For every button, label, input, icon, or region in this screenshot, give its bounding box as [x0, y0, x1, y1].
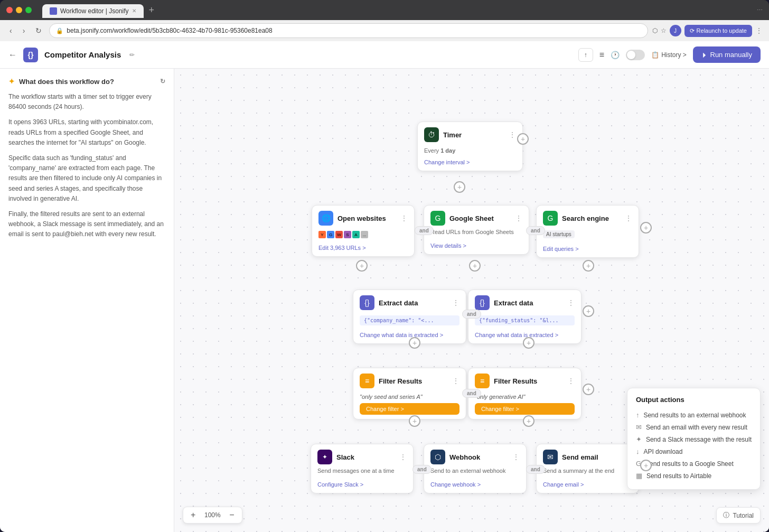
edit-title-icon[interactable]: ✏ [129, 51, 135, 59]
zoom-controls: + 100% − [183, 507, 242, 524]
webhook-change-label: Change webhook > [430, 481, 481, 488]
google-sheet-link[interactable]: View details > [430, 242, 522, 249]
add-circle-right-filter2[interactable]: + [583, 384, 594, 395]
sidebar-refresh-icon[interactable]: ↻ [160, 78, 165, 85]
send-email-change-link[interactable]: Change email > [543, 481, 632, 488]
add-circle-below-extract1[interactable]: + [409, 337, 420, 349]
filter-2-change-button[interactable]: Change filter > [475, 403, 575, 415]
open-websites-node: 🌐 Open websites ⋮ Y G W S A ... [312, 205, 415, 257]
filter-2-menu[interactable]: ⋮ [567, 377, 575, 385]
extensions-icon: ⬡ [652, 27, 658, 34]
output-action-api-label: API download [643, 448, 682, 455]
slack-configure-link[interactable]: Configure Slack > [317, 481, 407, 488]
and-connector-2: and [526, 226, 545, 235]
output-action-email-label: Send an email with every new result [646, 424, 747, 431]
timer-interval: 1 day [440, 147, 455, 154]
sidebar: ✦ What does this workflow do? ↻ The work… [0, 69, 174, 532]
relaunch-label: Relaunch to update [697, 27, 747, 34]
output-action-email[interactable]: ✉ Send an email with every new result [636, 421, 752, 433]
history-button[interactable]: 📋 History > [651, 51, 687, 59]
filter-1-change-button[interactable]: Change filter > [360, 403, 459, 415]
add-circle-below-extract2[interactable]: + [523, 337, 534, 349]
webhook-footer: Change webhook > [424, 481, 526, 493]
relaunch-button[interactable]: ⟳ Relaunch to update [684, 25, 752, 37]
extract-1-change-link[interactable]: Change what data is extracted > [360, 332, 459, 338]
tab-favicon [50, 7, 57, 15]
output-panel-title: Output actions [636, 396, 752, 404]
add-circle-right-search[interactable]: + [640, 222, 652, 234]
timer-change-link[interactable]: Change interval > [424, 159, 516, 165]
address-bar[interactable]: 🔒 beta.jsonify.com/workflow/edit/5b3cb80… [49, 23, 648, 38]
share-button[interactable]: ↑ [578, 48, 593, 62]
browser-titlebar: Workflow editor | Jsonify ✕ + ⋯ [0, 0, 769, 20]
zoom-in-button[interactable]: + [189, 510, 198, 520]
tutorial-button[interactable]: ⓘ Tutorial [716, 507, 761, 524]
filter-2-icon: ≡ [475, 374, 490, 388]
webhook-change-link[interactable]: Change webhook > [430, 481, 520, 488]
google-sheet-menu[interactable]: ⋮ [515, 214, 522, 222]
send-email-body: Send a summary at the end [537, 468, 639, 481]
output-action-airtable[interactable]: ▦ Send results to Airtable [636, 470, 752, 482]
webhook-icon: ⬡ [430, 450, 445, 464]
ai-sparkle-icon: ✦ [8, 77, 15, 86]
add-circle-below-websites[interactable]: + [356, 260, 368, 272]
output-action-api[interactable]: ↓ API download [636, 445, 752, 458]
new-tab-button[interactable]: + [145, 3, 159, 18]
sidebar-title-text: What does this workflow do? [19, 78, 114, 86]
zoom-out-button[interactable]: − [227, 510, 236, 520]
minimize-traffic-light[interactable] [16, 7, 22, 13]
extract-1-menu[interactable]: ⋮ [452, 298, 459, 307]
add-circle-timer-right[interactable]: + [517, 133, 529, 145]
add-circle-below-search[interactable]: + [583, 260, 594, 272]
output-action-slack[interactable]: ✦ Send a Slack message with the result [636, 433, 752, 445]
tab-close-button[interactable]: ✕ [132, 8, 136, 14]
webhook-menu[interactable]: ⋮ [512, 453, 520, 461]
output-action-gsheet[interactable]: G Send results to a Google Sheet [636, 458, 752, 470]
slack-icon: ✦ [317, 450, 332, 464]
slack-subtitle: Send messages one at a time [317, 468, 407, 474]
sidebar-para-1: The workflow starts with a timer set to … [8, 92, 165, 112]
filter-1-menu[interactable]: ⋮ [452, 377, 459, 385]
header-menu-button[interactable]: ≡ [599, 50, 604, 60]
add-circle-below-filter2[interactable]: + [523, 415, 534, 427]
sidebar-para-3: Specific data such as 'funding_status' a… [8, 153, 165, 204]
close-traffic-light[interactable] [6, 7, 13, 13]
app-back-button[interactable]: ← [8, 50, 17, 60]
search-engine-menu[interactable]: ⋮ [625, 214, 632, 222]
run-manually-button[interactable]: ⏵ Run manually [693, 46, 761, 63]
refresh-button[interactable]: ↻ [32, 24, 45, 37]
add-circle-below-gsheet[interactable]: + [469, 260, 481, 272]
extract-2-change-link[interactable]: Change what data is extracted > [475, 332, 575, 338]
webhook-node: ⬡ Webhook ⋮ Send to an external webhook … [424, 444, 527, 493]
filter-1-icon: ≡ [360, 374, 374, 388]
extract-1-code: {"company_name": "<... [360, 315, 459, 325]
extract-2-header: {} Extract data ⋮ [468, 290, 581, 313]
send-email-header: ✉ Send email ⋮ [537, 444, 639, 468]
active-tab[interactable]: Workflow editor | Jsonify ✕ [42, 4, 144, 18]
workflow-canvas[interactable]: ⏱ Timer ⋮ Every 1 day Change interval > … [174, 69, 769, 532]
slack-menu[interactable]: ⋮ [399, 453, 407, 461]
add-circle-right-output[interactable]: + [640, 460, 652, 471]
search-engine-link[interactable]: Edit queries > [543, 246, 632, 252]
open-websites-menu[interactable]: ⋮ [400, 214, 408, 222]
extract-2-menu[interactable]: ⋮ [567, 298, 575, 307]
extract-2-code: {"funding_status": "&l... [475, 315, 575, 325]
output-action-airtable-label: Send results to Airtable [646, 472, 711, 480]
output-action-webhook[interactable]: ↑ Send results to an external webhook [636, 409, 752, 421]
add-circle-below-filter1[interactable]: + [409, 415, 420, 427]
header-right-controls: 🕐 📋 History > ⏵ Run manually [611, 46, 761, 63]
workflow-toggle[interactable] [626, 50, 645, 60]
airtable-action-icon: ▦ [636, 472, 642, 480]
add-circle-right-extract2[interactable]: + [583, 305, 594, 317]
search-engine-title: Search engine [562, 214, 621, 222]
send-email-change-label: Change email > [543, 481, 584, 488]
back-button[interactable]: ‹ [6, 24, 15, 37]
share-icon: ↑ [584, 51, 587, 59]
forward-button[interactable]: › [20, 24, 29, 37]
relaunch-icon: ⟳ [690, 27, 695, 34]
timer-menu-button[interactable]: ⋮ [509, 130, 516, 139]
add-circle-below-timer[interactable]: + [454, 181, 465, 193]
open-websites-edit-link[interactable]: Edit 3,963 URLs > [318, 245, 408, 251]
maximize-traffic-light[interactable] [25, 7, 32, 13]
toggle-knob [627, 51, 635, 59]
